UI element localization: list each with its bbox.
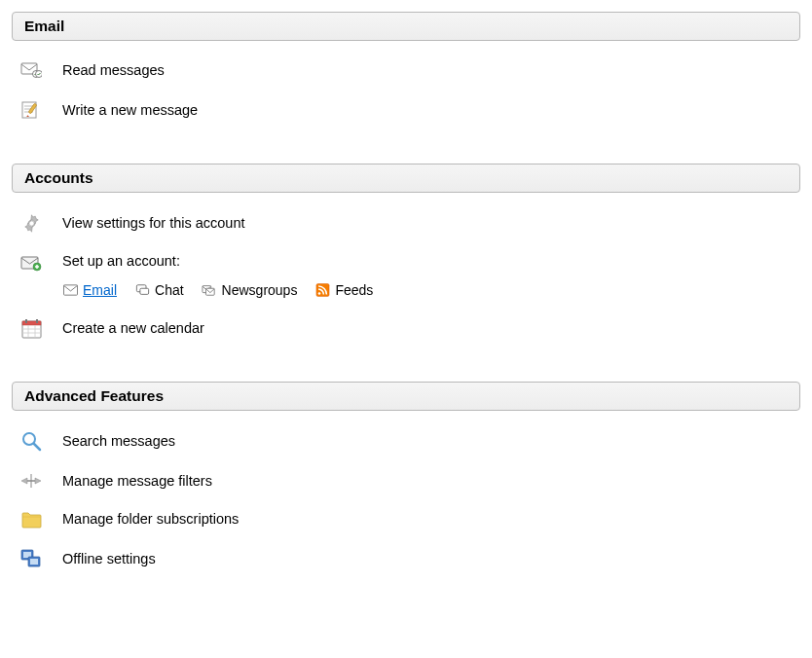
section-advanced: Advanced Features Search messages Manage…: [12, 382, 800, 578]
search-icon: [18, 430, 45, 452]
row-setup-account: Set up an account: Email: [12, 243, 800, 308]
folder-icon: [18, 509, 45, 529]
svg-point-9: [28, 221, 33, 226]
calendar-icon: [18, 317, 45, 339]
section-title-accounts: Accounts: [24, 169, 93, 186]
section-accounts: Accounts View settings for this account …: [12, 164, 800, 348]
row-search-messages-label: Search messages: [62, 433, 175, 449]
row-view-settings[interactable]: View settings for this account: [12, 202, 800, 243]
section-email: Email Read messages Wr: [12, 12, 800, 130]
row-folder-subscriptions[interactable]: Manage folder subscriptions: [12, 499, 800, 538]
setup-chat-label: Chat: [155, 282, 184, 298]
svg-point-20: [318, 292, 321, 295]
row-write-message-label: Write a new message: [62, 102, 198, 118]
row-write-message[interactable]: Write a new message: [12, 89, 800, 130]
filters-icon: [18, 471, 45, 490]
setup-feeds[interactable]: Feeds: [314, 282, 373, 298]
svg-rect-14: [63, 285, 77, 295]
chat-icon: [134, 282, 150, 298]
svg-point-2: [36, 71, 43, 78]
gear-icon: [18, 212, 45, 234]
svg-rect-23: [25, 319, 27, 323]
newsgroups-icon: [202, 282, 217, 298]
section-header-advanced: Advanced Features: [12, 382, 800, 411]
section-title-advanced: Advanced Features: [24, 387, 164, 404]
setup-email[interactable]: Email: [62, 282, 117, 298]
read-messages-icon: [18, 60, 45, 79]
add-account-icon: [18, 253, 45, 272]
row-view-settings-label: View settings for this account: [62, 215, 245, 231]
svg-rect-16: [139, 288, 148, 294]
row-setup-label: Set up an account:: [62, 253, 180, 269]
setup-newsgroups[interactable]: Newsgroups: [202, 282, 298, 298]
svg-marker-31: [21, 478, 27, 484]
setup-feeds-label: Feeds: [335, 282, 373, 298]
section-header-accounts: Accounts: [12, 164, 800, 193]
svg-rect-38: [30, 559, 38, 565]
setup-chat[interactable]: Chat: [134, 282, 184, 298]
svg-marker-33: [35, 478, 41, 484]
row-folder-subscriptions-label: Manage folder subscriptions: [62, 511, 239, 527]
row-read-messages-label: Read messages: [62, 62, 165, 78]
svg-rect-19: [316, 283, 329, 296]
svg-rect-24: [36, 319, 38, 323]
row-search-messages[interactable]: Search messages: [12, 420, 800, 461]
offline-icon: [18, 548, 45, 568]
envelope-icon: [62, 282, 78, 298]
section-title-email: Email: [24, 18, 64, 34]
setup-account-content: Set up an account: Email: [62, 253, 373, 298]
row-manage-filters-label: Manage message filters: [62, 473, 212, 489]
setup-newsgroups-label: Newsgroups: [222, 282, 298, 298]
write-message-icon: [18, 98, 45, 121]
feeds-icon: [314, 282, 330, 298]
setup-email-link[interactable]: Email: [83, 282, 117, 298]
svg-rect-22: [22, 321, 41, 325]
row-create-calendar[interactable]: Create a new calendar: [12, 308, 800, 348]
setup-options: Email Chat: [62, 282, 373, 298]
svg-line-30: [34, 444, 40, 450]
section-header-email: Email: [12, 12, 800, 41]
row-offline-settings[interactable]: Offline settings: [12, 538, 800, 578]
row-offline-settings-label: Offline settings: [62, 551, 156, 567]
row-read-messages[interactable]: Read messages: [12, 51, 800, 89]
row-manage-filters[interactable]: Manage message filters: [12, 461, 800, 499]
row-create-calendar-label: Create a new calendar: [62, 320, 204, 336]
